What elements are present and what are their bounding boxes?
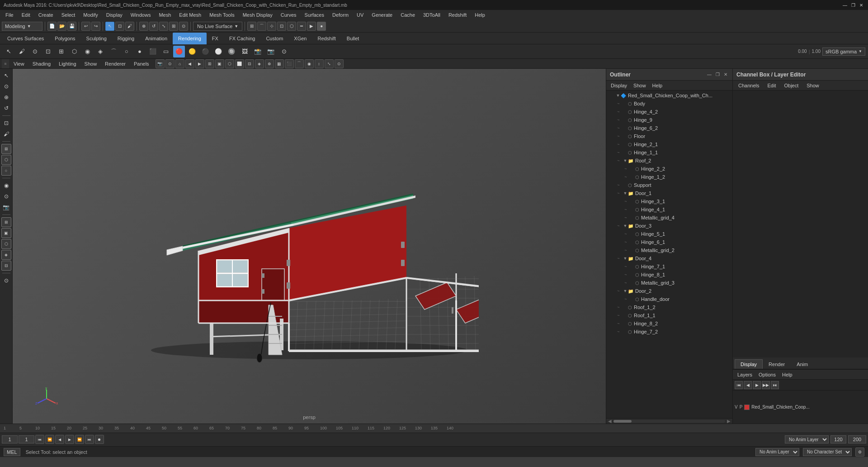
vis-icon-roof_2[interactable]: ~ xyxy=(615,157,622,164)
outliner-item-metallic_grid_4[interactable]: ~⬡Metallic_grid_4 xyxy=(606,214,732,222)
menu-item-edit[interactable]: Edit xyxy=(18,11,34,19)
tab-animation[interactable]: Animation xyxy=(140,33,173,44)
lt-misc-btn[interactable]: ⊙ xyxy=(1,276,11,286)
ep-btn[interactable]: ◈ xyxy=(94,46,106,57)
menu-item-display[interactable]: Display xyxy=(103,11,126,19)
cam-grid[interactable]: ⊞ xyxy=(205,59,214,68)
undo-btn[interactable]: ↩ xyxy=(81,22,90,31)
soft-select[interactable]: ⊙ xyxy=(179,22,188,31)
snap-grid[interactable]: ⊞ xyxy=(247,22,256,31)
tab-curves-surfaces[interactable]: Curves Surfaces xyxy=(2,33,49,44)
vis-icon-door_1[interactable]: ~ xyxy=(615,190,622,196)
outliner-item-roof_1_2[interactable]: ~⬡Roof_1_2 xyxy=(606,303,732,311)
menu-item-curves[interactable]: Curves xyxy=(277,11,300,19)
show-menu[interactable]: Show xyxy=(81,60,101,67)
menu-item-file[interactable]: File xyxy=(2,11,17,19)
cam-persp[interactable]: ⊙ xyxy=(165,59,175,68)
outliner-content[interactable]: ▼🔷Red_Small_Chicken_Coop_with_Ch...~⬡Bod… xyxy=(606,91,732,418)
scroll-right[interactable]: ▶ xyxy=(726,419,731,424)
outliner-item-hinge_5_1[interactable]: ~⬡Hinge_5_1 xyxy=(606,230,732,238)
vis-icon-hinge_4_1[interactable]: ~ xyxy=(623,206,629,213)
outliner-item-handle_door[interactable]: ~⬡Handle_door xyxy=(606,295,732,303)
cam-warp[interactable]: ⌒ xyxy=(295,59,304,68)
renderer-menu[interactable]: Renderer xyxy=(101,60,129,67)
menu-item-mesh[interactable]: Mesh xyxy=(155,11,175,19)
vis-icon-metallic_grid_4[interactable]: ~ xyxy=(623,214,629,221)
vis-icon-metallic_grid_3[interactable]: ~ xyxy=(623,280,629,286)
cam-sel[interactable]: ▦ xyxy=(275,59,284,68)
scroll-track[interactable] xyxy=(613,420,725,423)
vis-icon-body[interactable]: ~ xyxy=(615,100,622,107)
tab-custom[interactable]: Custom xyxy=(260,33,288,44)
outliner-item-hinge_7_1[interactable]: ~⬡Hinge_7_1 xyxy=(606,262,732,271)
cam-isocam[interactable]: ⊙ xyxy=(335,59,344,68)
render-btn[interactable]: ▶ xyxy=(307,22,316,31)
cb-object[interactable]: Object xyxy=(780,82,802,89)
select-tool[interactable]: ↖ xyxy=(105,22,114,31)
expand-roof_2[interactable]: ▼ xyxy=(623,158,628,163)
paint-weights-btn[interactable]: 🖌 xyxy=(1,129,11,139)
paint-tool[interactable]: 🖌 xyxy=(125,22,134,31)
snap-point[interactable]: ⊹ xyxy=(267,22,276,31)
curve-pts-btn[interactable]: ⌒ xyxy=(108,46,119,57)
img-plane-btn[interactable]: 🖼 xyxy=(239,46,250,57)
vis-icon-hinge_1_2[interactable]: ~ xyxy=(623,174,629,180)
cam-3d[interactable]: ⤡ xyxy=(325,59,334,68)
vis-icon-hinge_3_1[interactable]: ~ xyxy=(623,198,629,205)
menu-item-cache[interactable]: Cache xyxy=(397,11,419,19)
help-menu[interactable]: Help xyxy=(779,371,795,378)
vis-icon-hinge_6_2[interactable]: ~ xyxy=(615,125,622,131)
vis-icon-hinge_6_1[interactable]: ~ xyxy=(623,239,629,245)
menu-item-help[interactable]: Help xyxy=(471,11,489,19)
cam-2d[interactable]: ↕ xyxy=(315,59,324,68)
outliner-show-menu[interactable]: Show xyxy=(631,82,649,89)
vis-icon-hinge_1_1[interactable]: ~ xyxy=(615,149,622,156)
menu-item-create[interactable]: Create xyxy=(35,11,57,19)
snap-surface[interactable]: ⬡ xyxy=(287,22,296,31)
save-btn[interactable]: 💾 xyxy=(67,22,76,31)
play-back-btn[interactable]: ◀ xyxy=(55,435,64,444)
outliner-hscrollbar[interactable]: ◀ ▶ xyxy=(606,418,732,424)
cam-hud[interactable]: ⊟ xyxy=(245,59,254,68)
cam-res[interactable]: ⬡ xyxy=(225,59,234,68)
circle-btn[interactable]: ○ xyxy=(121,46,132,57)
tab-rendering[interactable]: Rendering xyxy=(173,33,207,44)
marquee-btn[interactable]: ⊡ xyxy=(42,46,54,57)
panel-toggle[interactable]: ≡ xyxy=(2,59,9,68)
outliner-restore[interactable]: ❐ xyxy=(714,71,721,78)
cv-btn[interactable]: ◉ xyxy=(81,46,93,57)
vis-icon-roof_1_2[interactable]: ~ xyxy=(615,304,622,310)
outliner-item-hinge_1_2[interactable]: ~⬡Hinge_1_2 xyxy=(606,173,732,181)
tab-xgen[interactable]: XGen xyxy=(288,33,312,44)
redo-btn[interactable]: ↪ xyxy=(91,22,100,31)
frame-last-btn[interactable]: ⏭ xyxy=(85,435,94,444)
lt-nav3[interactable]: ⬡ xyxy=(1,239,11,249)
vis-icon-roof_1_1[interactable]: ~ xyxy=(615,312,622,319)
cb-edit[interactable]: Edit xyxy=(764,82,779,89)
menu-item-select[interactable]: Select xyxy=(58,11,79,19)
lt-nav5[interactable]: ⊟ xyxy=(1,261,11,271)
shader-btn[interactable]: 🟡 xyxy=(186,46,198,57)
no-character-set-select[interactable]: No Character Set xyxy=(803,448,852,456)
options-menu[interactable]: Options xyxy=(756,371,778,378)
vis-icon-floor[interactable]: ~ xyxy=(615,133,622,139)
select-mode-btn[interactable]: ↖ xyxy=(1,71,11,81)
scroll-thumb[interactable] xyxy=(613,420,632,423)
outliner-item-hinge_8_1[interactable]: ~⬡Hinge_8_1 xyxy=(606,271,732,279)
tab-bullet[interactable]: Bullet xyxy=(341,33,365,44)
restore-button[interactable]: ❐ xyxy=(850,2,856,8)
le-next-btn[interactable]: ▶▶ xyxy=(762,381,770,389)
outliner-item-hinge_2_1[interactable]: ~⬡Hinge_2_1 xyxy=(606,140,732,148)
cam-depth[interactable]: ◉ xyxy=(305,59,314,68)
paint-select-mode-btn[interactable]: ⊙ xyxy=(1,81,11,91)
outliner-item-hinge_4_2[interactable]: ~⬡Hinge_4_2 xyxy=(606,108,732,116)
cam-select[interactable]: 📷 xyxy=(156,59,165,68)
snap-edge[interactable]: ━ xyxy=(297,22,306,31)
vis-icon-handle_door[interactable]: ~ xyxy=(623,296,629,302)
universal-tool[interactable]: ⊞ xyxy=(169,22,178,31)
vis-icon-root[interactable] xyxy=(608,92,614,99)
xray-btn[interactable]: ⊙ xyxy=(278,46,290,57)
viewport[interactable]: x y z persp xyxy=(13,69,606,424)
timeline-end-field[interactable] xyxy=(830,435,846,443)
play-btn[interactable]: ▶ xyxy=(65,435,74,444)
